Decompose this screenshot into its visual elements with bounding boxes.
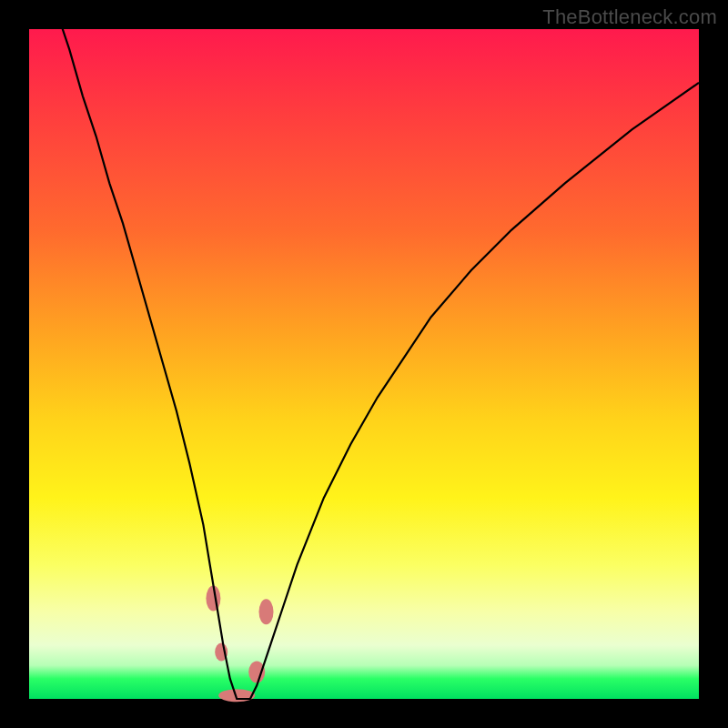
curve-marker — [259, 599, 274, 624]
curve-marker — [248, 662, 265, 683]
curve-svg — [29, 29, 699, 699]
curve-marker — [218, 689, 255, 702]
chart-frame: TheBottleneck.com — [0, 0, 728, 728]
plot-area — [29, 29, 699, 699]
watermark-text: TheBottleneck.com — [542, 5, 717, 29]
bottleneck-curve — [56, 9, 699, 699]
